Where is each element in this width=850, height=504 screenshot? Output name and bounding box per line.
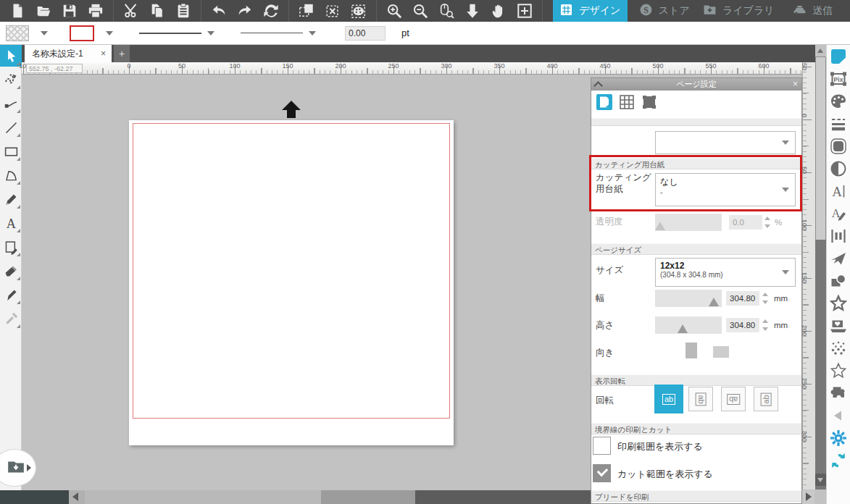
width-slider[interactable] bbox=[655, 290, 722, 307]
stroke-width-input[interactable] bbox=[345, 26, 386, 41]
height-spinner[interactable] bbox=[762, 318, 770, 332]
tool-polygon[interactable] bbox=[0, 164, 22, 186]
opacity-slider[interactable] bbox=[655, 214, 722, 231]
horizontal-ruler: -100-50050100150200250300350400450500550… bbox=[22, 62, 802, 75]
tool-knife[interactable] bbox=[0, 284, 22, 306]
select-by-color-icon[interactable] bbox=[349, 1, 368, 20]
tool-freehand-draw[interactable] bbox=[0, 69, 22, 91]
modify-shapes-icon[interactable] bbox=[827, 269, 850, 292]
cut-icon[interactable] bbox=[122, 1, 141, 20]
tool-eraser[interactable] bbox=[0, 260, 22, 282]
copy-icon[interactable] bbox=[148, 1, 167, 20]
stroke-color-dropdown-caret[interactable] bbox=[106, 31, 113, 35]
stroke-color-swatch[interactable] bbox=[70, 25, 94, 41]
document-tabbar: 名称未設定-1 × + bbox=[22, 45, 826, 62]
line-style-caret bbox=[207, 31, 214, 35]
spacing-icon[interactable] bbox=[827, 224, 850, 247]
vertical-scrollbar[interactable] bbox=[815, 45, 826, 490]
orientation-label: 向き bbox=[596, 348, 652, 359]
zoom-out-icon[interactable] bbox=[411, 1, 430, 20]
width-spinner[interactable] bbox=[762, 291, 770, 306]
panel-tab-page-setup[interactable] bbox=[594, 93, 614, 113]
rotation-label: 回転 bbox=[596, 395, 652, 407]
scroll-up-arrow[interactable] bbox=[815, 45, 826, 56]
flyout-left-icon[interactable] bbox=[827, 404, 850, 427]
tool-eyedropper[interactable] bbox=[0, 308, 22, 329]
tool-rectangle[interactable] bbox=[0, 140, 22, 162]
rotate-180-button[interactable]: ab bbox=[721, 387, 746, 411]
pan-icon[interactable] bbox=[489, 1, 508, 20]
new-tab-button[interactable]: + bbox=[114, 45, 130, 62]
deselect-icon[interactable] bbox=[323, 1, 342, 20]
page[interactable] bbox=[129, 120, 454, 445]
shape-style-icon[interactable] bbox=[827, 135, 850, 157]
size-dropdown[interactable]: 12x12 (304.8 x 304.8 mm) bbox=[655, 258, 796, 287]
stipple-icon[interactable] bbox=[827, 337, 850, 359]
opacity-spinner[interactable] bbox=[764, 215, 772, 230]
horizontal-scroll-thumb[interactable] bbox=[415, 490, 591, 504]
document-tab[interactable]: 名称未設定-1 × bbox=[25, 45, 112, 62]
text-style-icon[interactable]: A bbox=[827, 180, 850, 202]
panel-tab-grid[interactable] bbox=[617, 93, 636, 113]
show-cut-area-checkbox[interactable] bbox=[593, 464, 611, 482]
fill-color-swatch[interactable] bbox=[6, 25, 29, 41]
scroll-down-arrow[interactable] bbox=[815, 474, 826, 486]
height-slider[interactable] bbox=[655, 316, 722, 334]
refresh-theme-icon[interactable] bbox=[827, 449, 850, 471]
rotate-0-button[interactable]: ab bbox=[654, 385, 683, 413]
pix-trace-icon[interactable]: Pix bbox=[827, 67, 850, 90]
cutting-mat-dropdown[interactable]: なし - bbox=[655, 173, 796, 206]
page-setup-active-icon[interactable] bbox=[827, 45, 850, 67]
preferences-gear-icon[interactable] bbox=[827, 427, 850, 449]
orientation-portrait-icon[interactable] bbox=[686, 343, 697, 358]
mouse-zoom-icon[interactable] bbox=[437, 1, 456, 20]
undo-icon[interactable] bbox=[209, 1, 228, 20]
tab-send[interactable]: 送信 bbox=[776, 0, 850, 22]
paste-icon[interactable] bbox=[174, 1, 193, 20]
tab-store[interactable]: Sストア bbox=[628, 0, 702, 22]
mat-preset-dropdown[interactable] bbox=[655, 131, 796, 154]
tool-line[interactable] bbox=[0, 117, 22, 138]
shading-icon[interactable] bbox=[827, 157, 850, 180]
open-file-icon[interactable] bbox=[34, 1, 53, 20]
select-all-icon[interactable] bbox=[297, 1, 316, 20]
tab-design[interactable]: デザイン bbox=[553, 0, 628, 22]
print-icon[interactable] bbox=[86, 1, 105, 20]
close-panel-icon[interactable]: × bbox=[793, 78, 798, 91]
close-tab-icon[interactable]: × bbox=[99, 49, 107, 59]
zoom-drawing-icon[interactable] bbox=[463, 1, 482, 20]
size-value-sub: (304.8 x 304.8 mm) bbox=[656, 271, 795, 280]
redo-all-icon[interactable] bbox=[262, 1, 280, 20]
zoom-frame-icon[interactable] bbox=[515, 1, 534, 20]
scroll-left-arrow[interactable] bbox=[69, 490, 85, 504]
fill-color-icon[interactable] bbox=[827, 90, 850, 112]
tab-library[interactable]: ライブラリ bbox=[701, 0, 776, 22]
pixscan-icon[interactable] bbox=[827, 314, 850, 337]
redo-icon[interactable] bbox=[236, 1, 254, 20]
star-outline-icon[interactable] bbox=[827, 359, 850, 382]
offset-star-icon[interactable] bbox=[827, 292, 850, 314]
cutting-mat-value: なし bbox=[656, 174, 795, 188]
line-weight-dropdown[interactable] bbox=[241, 31, 323, 35]
panel-tab-registration-marks[interactable] bbox=[639, 93, 659, 113]
rotate-270-button[interactable]: ab bbox=[754, 387, 778, 411]
rotate-90-button[interactable]: ab bbox=[688, 387, 713, 411]
new-file-icon[interactable] bbox=[8, 1, 27, 20]
fill-color-dropdown-caret[interactable] bbox=[41, 31, 48, 35]
line-style-icon[interactable] bbox=[827, 112, 850, 135]
line-style-dropdown[interactable] bbox=[139, 31, 222, 35]
character-style-icon[interactable]: A bbox=[827, 202, 850, 224]
tool-point-edit[interactable] bbox=[0, 93, 22, 114]
scroll-right-arrow[interactable] bbox=[802, 490, 814, 504]
zoom-in-icon[interactable] bbox=[385, 1, 404, 20]
show-print-area-checkbox[interactable] bbox=[593, 437, 611, 455]
tool-text[interactable]: A bbox=[0, 212, 22, 234]
collapse-panel-icon[interactable] bbox=[593, 81, 603, 91]
airplane-icon[interactable] bbox=[827, 247, 850, 269]
puzzle-icon[interactable] bbox=[827, 382, 850, 404]
orientation-landscape-icon[interactable] bbox=[713, 346, 729, 358]
vertical-scroll-thumb[interactable] bbox=[816, 57, 825, 240]
tool-pencil[interactable] bbox=[0, 188, 22, 210]
save-icon[interactable] bbox=[60, 1, 79, 20]
tool-note[interactable] bbox=[0, 236, 22, 258]
